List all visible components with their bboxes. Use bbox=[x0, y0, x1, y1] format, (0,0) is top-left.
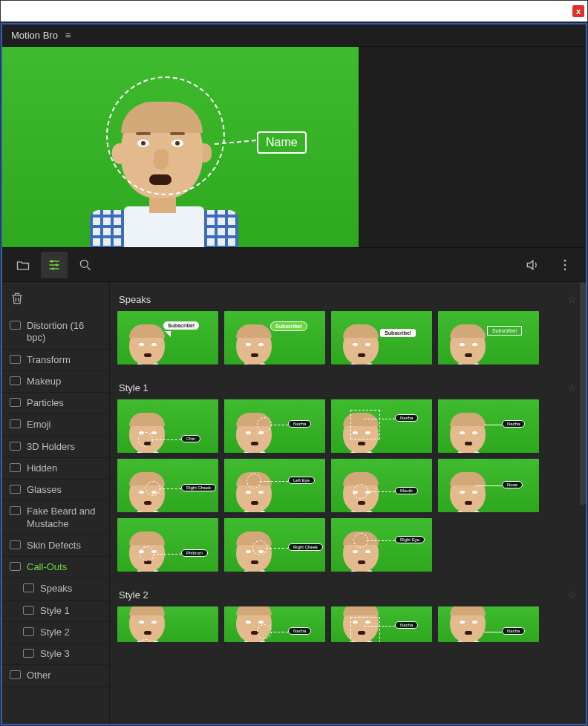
sidebar-category[interactable]: Glasses bbox=[2, 480, 109, 501]
sidebar-category[interactable]: Hidden bbox=[2, 458, 109, 480]
folder-icon bbox=[10, 562, 21, 571]
preset-thumbnail[interactable]: Nacha bbox=[438, 399, 539, 453]
trash-button[interactable] bbox=[2, 287, 109, 315]
sidebar-category[interactable]: Makeup bbox=[2, 371, 109, 393]
svg-point-2 bbox=[52, 267, 54, 269]
folder-icon bbox=[10, 463, 21, 472]
preset-thumbnail[interactable]: Chin bbox=[117, 399, 218, 453]
window-topbar: x bbox=[1, 1, 587, 23]
sidebar-category[interactable]: Distortion (16 bpc) bbox=[2, 315, 109, 350]
folder-icon bbox=[10, 376, 21, 385]
category-label: Distortion (16 bpc) bbox=[27, 320, 102, 344]
svg-point-0 bbox=[50, 260, 53, 262]
folder-icon bbox=[23, 606, 34, 615]
folder-icon bbox=[23, 627, 34, 636]
search-icon bbox=[78, 258, 93, 272]
folder-icon bbox=[23, 583, 34, 592]
folder-icon bbox=[10, 321, 21, 330]
svg-point-3 bbox=[80, 260, 88, 267]
folder-icon bbox=[10, 442, 21, 451]
sidebar-category[interactable]: Call-Outs bbox=[2, 557, 109, 578]
sidebar-category[interactable]: Other bbox=[2, 665, 109, 687]
close-button[interactable]: x bbox=[572, 5, 584, 17]
motion-bro-panel: Motion Bro ≡ bbox=[1, 23, 587, 725]
section-title: Speaks bbox=[119, 294, 151, 305]
preset-thumbnail[interactable]: Subscribe! bbox=[117, 311, 218, 364]
sidebar-category[interactable]: Particles bbox=[2, 393, 109, 414]
preset-thumbnail[interactable]: Subscribe! bbox=[438, 311, 539, 364]
category-label: Speaks bbox=[40, 583, 72, 595]
folder-icon bbox=[10, 506, 21, 515]
section-title: Style 2 bbox=[119, 589, 148, 601]
preset-thumbnail[interactable]: Philtrum bbox=[117, 518, 218, 572]
sidebar-category[interactable]: Style 2 bbox=[2, 622, 109, 644]
content-scrollbar[interactable] bbox=[580, 282, 586, 505]
folder-icon bbox=[23, 649, 34, 658]
content-area[interactable]: Speaks☆Subscribe!Subscribe!Subscribe!Sub… bbox=[110, 282, 586, 724]
preset-thumbnail[interactable]: Nose bbox=[438, 459, 539, 512]
folder-icon bbox=[10, 540, 21, 549]
preset-thumbnail[interactable]: Mouth bbox=[331, 459, 432, 512]
folder-button[interactable] bbox=[10, 252, 36, 278]
preset-thumbnail[interactable]: Right Eye bbox=[331, 518, 432, 572]
category-label: Style 2 bbox=[40, 627, 70, 638]
category-label: Makeup bbox=[27, 376, 61, 387]
more-button[interactable] bbox=[552, 252, 578, 278]
section-header: Speaks☆ bbox=[117, 290, 578, 311]
preset-thumbnail[interactable]: Nacha bbox=[331, 606, 432, 642]
preset-thumbnail[interactable]: Chin bbox=[117, 606, 218, 642]
sliders-icon bbox=[47, 258, 62, 272]
panel-title: Motion Bro bbox=[11, 30, 58, 41]
category-label: Transform bbox=[27, 354, 71, 366]
section-header: Style 1☆ bbox=[117, 378, 578, 399]
sidebar-category[interactable]: Emoji bbox=[2, 414, 109, 436]
category-label: Fake Beard and Mustache bbox=[27, 506, 102, 530]
category-label: Style 1 bbox=[40, 605, 70, 617]
category-label: Particles bbox=[27, 397, 64, 409]
sidebar-category[interactable]: Fake Beard and Mustache bbox=[2, 501, 109, 535]
preset-thumbnail[interactable]: Subscribe! bbox=[224, 311, 325, 364]
category-label: Style 3 bbox=[40, 648, 70, 660]
preset-thumbnail[interactable]: Right Cheek bbox=[224, 518, 325, 572]
category-label: Skin Defects bbox=[27, 540, 81, 552]
callout-label: Name bbox=[257, 131, 307, 154]
category-label: Emoji bbox=[27, 419, 51, 431]
panel-header: Motion Bro ≡ bbox=[2, 24, 586, 47]
sidebar-category[interactable]: Speaks bbox=[2, 578, 109, 600]
preset-thumbnail[interactable]: Nacha bbox=[224, 399, 325, 453]
category-label: Call-Outs bbox=[27, 561, 67, 573]
folder-icon bbox=[10, 355, 21, 364]
svg-point-5 bbox=[564, 264, 566, 266]
favorite-button[interactable]: ☆ bbox=[568, 294, 577, 305]
svg-point-6 bbox=[564, 268, 566, 270]
section-title: Style 1 bbox=[119, 382, 148, 393]
favorite-button[interactable]: ☆ bbox=[568, 589, 577, 601]
search-button[interactable] bbox=[72, 252, 99, 278]
preset-thumbnail[interactable]: Right Cheek bbox=[117, 459, 218, 512]
preset-thumbnail[interactable]: Subscribe! bbox=[331, 311, 432, 364]
folder-icon bbox=[16, 258, 30, 272]
preset-thumbnail[interactable]: Left Eye bbox=[224, 459, 325, 512]
section-header: Style 2☆ bbox=[117, 585, 578, 606]
preset-thumbnail[interactable]: Nacha bbox=[224, 606, 325, 642]
panel-menu-icon[interactable]: ≡ bbox=[65, 30, 71, 41]
thumbnail-grid: ChinNachaNachaNachaRight CheekLeft EyeMo… bbox=[117, 399, 578, 572]
sidebar-category[interactable]: 3D Holders bbox=[2, 436, 109, 458]
preset-thumbnail[interactable]: Nacha bbox=[331, 399, 432, 453]
preview-area: Name bbox=[2, 47, 586, 247]
volume-button[interactable] bbox=[519, 252, 546, 278]
category-label: Glasses bbox=[27, 484, 62, 496]
sidebar-category[interactable]: Style 1 bbox=[2, 601, 109, 622]
preset-thumbnail[interactable]: Nacha bbox=[438, 606, 539, 642]
folder-icon bbox=[10, 485, 21, 494]
volume-icon bbox=[525, 258, 540, 272]
sidebar-category[interactable]: Style 3 bbox=[2, 644, 109, 665]
filter-button[interactable] bbox=[41, 252, 68, 278]
sidebar-category[interactable]: Transform bbox=[2, 350, 109, 371]
toolbar bbox=[2, 247, 586, 281]
trash-icon bbox=[10, 291, 24, 306]
folder-icon bbox=[10, 419, 21, 428]
favorite-button[interactable]: ☆ bbox=[568, 382, 577, 393]
sidebar-category[interactable]: Skin Defects bbox=[2, 535, 109, 557]
preview-image: Name bbox=[2, 47, 359, 247]
